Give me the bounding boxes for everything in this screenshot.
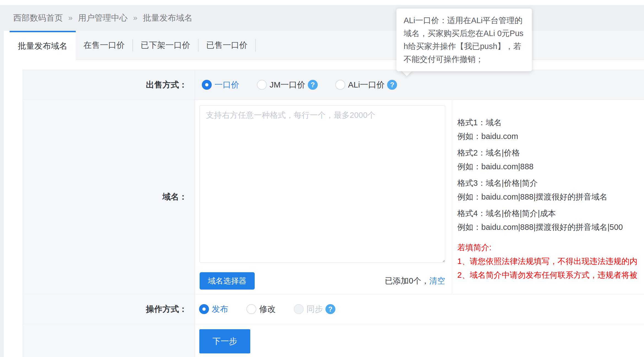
radio-modify[interactable]: 修改 (246, 304, 276, 315)
format-1-title: 格式1：域名 (457, 116, 644, 129)
format-1-example: 例如：baidu.com (457, 129, 644, 143)
format-2-title: 格式2：域名|价格 (457, 146, 644, 160)
sell-method-label-cell: 出售方式： (23, 70, 195, 100)
help-icon-sync[interactable]: ? (325, 304, 335, 314)
help-icon-jm[interactable]: ? (308, 80, 318, 90)
radio-disabled-icon (294, 304, 304, 314)
breadcrumb-home[interactable]: 西部数码首页 (13, 12, 63, 24)
radio-fixed-price-label[interactable]: 一口价 (214, 79, 239, 91)
radio-sync[interactable]: 同步 ? (294, 304, 335, 315)
submit-row: 下一步 (23, 324, 644, 357)
radio-ali-fixed-price-label[interactable]: ALi一口价 (348, 79, 385, 91)
radio-checked-icon[interactable] (202, 80, 212, 90)
submit-button-cell: 下一步 (195, 324, 452, 357)
format-block-2: 格式2：域名|价格 例如：baidu.com|888 (457, 146, 644, 173)
radio-modify-label[interactable]: 修改 (259, 304, 276, 315)
domain-textarea[interactable] (200, 105, 445, 263)
tab-delisted[interactable]: 已下架一口价 (133, 40, 198, 51)
radio-jm-fixed-price[interactable]: JM一口价 ? (257, 79, 318, 91)
sell-method-row: 出售方式： 一口价 JM一口价 ? ALi一口价 ? (23, 70, 644, 100)
warning-title: 若填简介: (457, 241, 644, 254)
radio-ali-fixed-price[interactable]: ALi一口价 ? (335, 79, 397, 91)
radio-checked-icon[interactable] (199, 304, 209, 314)
tab-divider (255, 39, 256, 51)
radio-unchecked-icon[interactable] (335, 80, 345, 90)
page-left-gutter (0, 31, 4, 357)
format-block-1: 格式1：域名 例如：baidu.com (457, 116, 644, 143)
warning-text: 若填简介: 1、请您依照法律法规填写，不得出现违法违规的内 2、域名简介中请勿发… (457, 241, 644, 282)
breadcrumb-user-center[interactable]: 用户管理中心 (78, 12, 128, 24)
radio-jm-fixed-price-label[interactable]: JM一口价 (270, 79, 305, 91)
tab-bar: 批量发布域名 在售一口价 已下架一口价 已售一口价 (4, 31, 644, 60)
breadcrumb: 西部数码首页 » 用户管理中心 » 批量发布域名 (0, 5, 644, 31)
format-instructions: 格式1：域名 例如：baidu.com 格式2：域名|价格 例如：baidu.c… (452, 100, 644, 294)
tab-sold[interactable]: 已售一口价 (199, 40, 255, 51)
next-step-button[interactable]: 下一步 (199, 329, 250, 353)
radio-unchecked-icon[interactable] (246, 304, 256, 314)
breadcrumb-separator-icon: » (68, 13, 73, 22)
submit-empty-cell (452, 324, 644, 357)
batch-publish-form: 出售方式： 一口价 JM一口价 ? ALi一口价 ? (23, 70, 644, 357)
tab-on-sale[interactable]: 在售一口价 (76, 40, 132, 51)
format-2-example: 例如：baidu.com|888 (457, 160, 644, 173)
help-icon-ali[interactable]: ? (387, 80, 397, 90)
sell-method-options-cell: 一口价 JM一口价 ? ALi一口价 ? (195, 70, 452, 100)
format-4-example: 例如：baidu.com|888|摆渡很好的拼音域名|500 (457, 220, 644, 234)
format-3-example: 例如：baidu.com|888|摆渡很好的拼音域名 (457, 190, 644, 204)
warning-item-2: 2、域名简介中请勿发布任何联系方式，违规者将被 (457, 268, 644, 282)
top-white-strip (0, 0, 644, 5)
format-block-3: 格式3：域名|价格|简介 例如：baidu.com|888|摆渡很好的拼音域名 (457, 176, 644, 204)
breadcrumb-current: 批量发布域名 (143, 12, 192, 24)
tab-batch-publish[interactable]: 批量发布域名 (10, 31, 76, 60)
operation-row: 操作方式： 发布 修改 同步 ? (23, 294, 644, 324)
clear-link[interactable]: 清空 (429, 276, 445, 285)
operation-options-cell: 发布 修改 同步 ? (195, 294, 452, 324)
radio-fixed-price[interactable]: 一口价 (202, 79, 239, 91)
tab-bar-rest: 在售一口价 已下架一口价 已售一口价 (76, 31, 644, 60)
tooltip: ALi一口价：适用在ALi平台管理的域名，买家购买后您在ALi 0元Push给买… (396, 9, 532, 71)
operation-label: 操作方式： (146, 304, 187, 315)
sell-method-empty-cell (452, 70, 644, 100)
operation-empty-cell (452, 294, 644, 324)
added-count-text: 已添加0个， (385, 276, 429, 285)
tab-bar-spacer (4, 31, 10, 60)
domain-selector-button[interactable]: 域名选择器 (200, 272, 255, 290)
operation-label-cell: 操作方式： (23, 294, 195, 324)
radio-unchecked-icon[interactable] (257, 80, 267, 90)
format-3-title: 格式3：域名|价格|简介 (457, 176, 644, 190)
sell-method-label: 出售方式： (146, 79, 187, 91)
added-count: 已添加0个，清空 (385, 276, 445, 287)
domain-row: 域名： 域名选择器 已添加0个，清空 格式1：域名 例如：baidu.com (23, 100, 644, 294)
breadcrumb-separator-icon: » (133, 13, 138, 22)
radio-publish[interactable]: 发布 (199, 304, 228, 315)
domain-input-cell: 域名选择器 已添加0个，清空 (195, 100, 452, 294)
warning-item-1: 1、请您依照法律法规填写，不得出现违法违规的内 (457, 254, 644, 268)
radio-sync-label: 同步 (306, 304, 323, 315)
radio-publish-label[interactable]: 发布 (212, 304, 228, 315)
domain-label: 域名： (162, 191, 187, 203)
domain-label-cell: 域名： (23, 100, 195, 294)
format-4-title: 格式4：域名|价格|简介|成本 (457, 206, 644, 220)
tooltip-text: ALi一口价：适用在ALi平台管理的域名，买家购买后您在ALi 0元Push给买… (404, 14, 525, 66)
submit-label-cell (23, 324, 195, 357)
format-block-4: 格式4：域名|价格|简介|成本 例如：baidu.com|888|摆渡很好的拼音… (457, 206, 644, 234)
